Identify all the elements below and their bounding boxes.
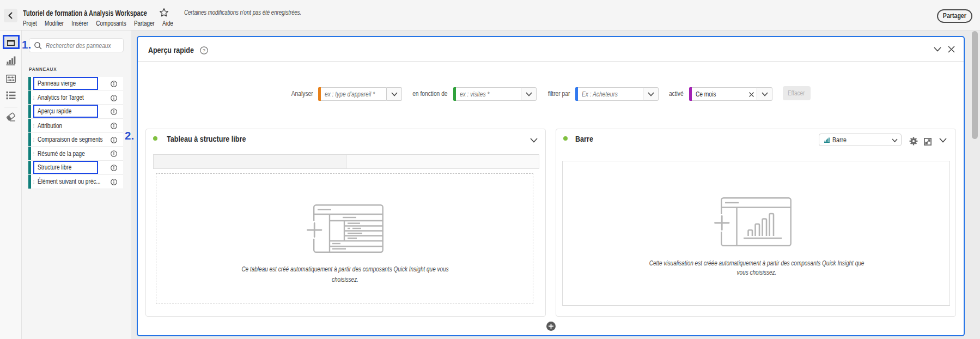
svg-text:?: ?: [203, 47, 205, 53]
